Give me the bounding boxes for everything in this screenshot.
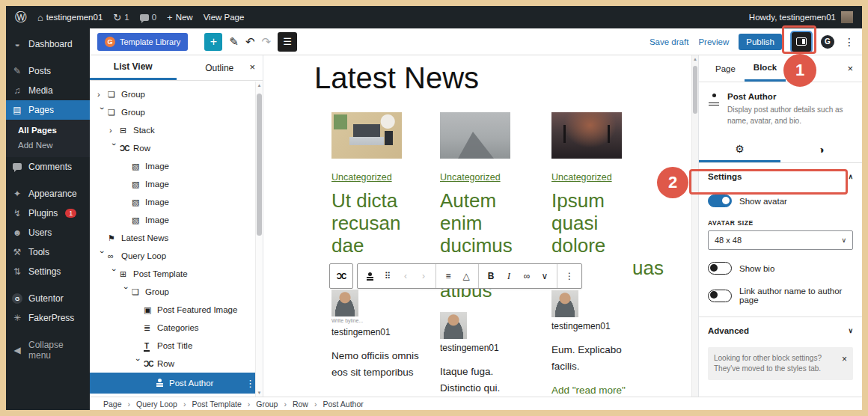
breadcrumb-post-author[interactable]: Post Author (323, 400, 363, 409)
list-item-group[interactable]: › ❏ Group (90, 283, 263, 301)
tab-styles[interactable]: ◑ (780, 137, 862, 162)
list-item-stack[interactable]: › ⊟ Stack (90, 121, 263, 139)
list-item-categories[interactable]: › ≣ Categories (90, 319, 263, 337)
post-excerpt[interactable]: Eum. Explicabo facilis. (551, 342, 646, 376)
breadcrumb-post-template[interactable]: Post Template (192, 400, 256, 409)
more-formats-chevron[interactable]: ∨ (536, 266, 554, 287)
chevron-down-icon[interactable]: › (122, 287, 131, 297)
author-avatar[interactable] (551, 290, 578, 317)
list-item-post-featured-image[interactable]: › ▣ Post Featured Image (90, 301, 263, 319)
author-avatar[interactable] (331, 290, 358, 316)
tab-settings[interactable]: ⚙ (699, 137, 780, 162)
category-link[interactable]: Uncategorized (331, 172, 392, 183)
chevron-down-icon[interactable]: › (134, 358, 143, 369)
category-link[interactable]: Uncategorized (551, 172, 612, 183)
page-title[interactable]: Latest News (314, 61, 479, 95)
list-view-scrollbar[interactable]: ▲ ▼ (255, 82, 263, 397)
sidebar-item-gutentor[interactable]: G Gutentor (6, 289, 90, 308)
post-featured-image[interactable] (440, 112, 510, 159)
settings-sidebar-toggle-button[interactable] (792, 32, 811, 52)
user-avatar[interactable] (841, 11, 853, 23)
close-icon[interactable]: × (842, 353, 847, 366)
redo-icon[interactable]: ↷ (261, 35, 271, 49)
animation-button[interactable]: △ (457, 266, 475, 287)
list-view-toggle-button[interactable]: ☰ (278, 32, 297, 52)
author-name[interactable]: testingemen01 (551, 321, 646, 331)
options-kebab-icon[interactable]: ⋮ (844, 36, 855, 48)
post-excerpt[interactable]: Nemo officiis omnis eos sit temporibus (331, 348, 426, 382)
breadcrumb-group[interactable]: Group (256, 400, 293, 409)
sidebar-item-pages[interactable]: ▤ Pages (6, 100, 90, 120)
chevron-right-icon[interactable]: › (109, 126, 120, 135)
list-item-image[interactable]: › ▧ Image (90, 211, 263, 229)
sidebar-item-media[interactable]: ♫ Media (6, 81, 90, 100)
view-page-link[interactable]: View Page (204, 13, 245, 22)
list-item-post-template[interactable]: › ⊞ Post Template (90, 265, 263, 283)
updates-menu[interactable]: ↻ 1 (113, 12, 129, 23)
breadcrumb-row[interactable]: Row (293, 400, 323, 409)
author-avatar[interactable] (440, 312, 467, 339)
block-inserter-button[interactable]: + (204, 33, 222, 51)
post-author-block[interactable]: Write byline... testingemen01 (331, 290, 426, 337)
submenu-add-new[interactable]: Add New (6, 138, 90, 153)
list-item-row[interactable]: › ƆC Row (90, 355, 263, 373)
sidebar-item-appearance[interactable]: ✦ Appearance (6, 184, 90, 204)
list-item-image[interactable]: › ▧ Image (90, 193, 263, 211)
breadcrumb-query-loop[interactable]: Query Loop (136, 400, 192, 409)
scroll-up-icon[interactable]: ▲ (692, 55, 698, 63)
chevron-down-icon[interactable]: › (110, 143, 119, 153)
list-item-image[interactable]: › ▧ Image (90, 175, 263, 193)
edit-tool-icon[interactable]: ✎ (229, 35, 239, 49)
move-right-icon[interactable]: › (415, 266, 433, 287)
sidebar-item-tools[interactable]: ⚒ Tools (6, 242, 90, 262)
move-left-icon[interactable]: ‹ (397, 266, 415, 287)
tab-page[interactable]: Page (706, 55, 745, 82)
scrollbar-thumb[interactable] (257, 94, 262, 236)
tab-block[interactable]: Block (745, 55, 786, 82)
advanced-accordion[interactable]: Advanced ∨ (699, 316, 862, 344)
author-name[interactable]: testingemen01 (331, 327, 426, 337)
author-name[interactable]: testingemen01 (440, 343, 534, 353)
select-parent-row-button[interactable]: ƆC (329, 263, 353, 289)
bold-button[interactable]: B (482, 266, 500, 287)
sidebar-item-settings[interactable]: ⇅ Settings (6, 262, 90, 281)
submenu-all-pages[interactable]: All Pages (6, 123, 90, 138)
scroll-up-icon[interactable]: ▲ (256, 82, 263, 89)
byline-placeholder[interactable]: Write byline... (331, 318, 426, 323)
list-item-query-loop[interactable]: › ∞ Query Loop (90, 247, 263, 265)
undo-icon[interactable]: ↶ (245, 35, 255, 49)
chevron-down-icon[interactable]: › (110, 269, 119, 279)
comments-menu[interactable]: 0 (140, 13, 156, 22)
post-title[interactable]: Ut dicta recusan dae (331, 189, 426, 257)
wordpress-logo-icon[interactable]: Ⓦ (15, 10, 27, 25)
show-bio-toggle[interactable] (708, 262, 732, 275)
align-button[interactable]: ≡ (439, 266, 457, 287)
category-link[interactable]: Uncategorized (440, 172, 501, 183)
list-item-post-author-selected[interactable]: › Post Author ⋮ (90, 373, 263, 394)
howdy-menu[interactable]: Howdy, testingemen01 (749, 13, 836, 22)
settings-accordion[interactable]: Settings ∧ (708, 163, 853, 187)
new-menu[interactable]: + New (167, 12, 193, 23)
list-item-image[interactable]: › ▧ Image (90, 157, 263, 175)
link-author-toggle[interactable] (708, 290, 732, 302)
sidebar-item-plugins[interactable]: ↯ Plugins 1 (6, 204, 90, 223)
post-excerpt[interactable]: Itaque fuga. Distinctio qui. (440, 364, 534, 397)
publish-button[interactable]: Publish (739, 34, 782, 50)
chevron-down-icon[interactable]: › (98, 251, 107, 261)
post-featured-image[interactable] (551, 112, 622, 159)
preview-button[interactable]: Preview (698, 37, 729, 46)
template-library-button[interactable]: G Template Library (97, 33, 188, 51)
italic-button[interactable]: I (500, 266, 518, 287)
scroll-down-icon[interactable]: ▼ (256, 389, 263, 397)
sidebar-item-users[interactable]: ☻ Users (6, 223, 90, 242)
sidebar-item-fakerpress[interactable]: ✳ FakerPress (6, 308, 90, 328)
close-icon[interactable]: × (847, 63, 853, 74)
link-button[interactable]: ∞ (518, 266, 536, 287)
breadcrumb-page[interactable]: Page (103, 400, 136, 409)
canvas-scrollbar[interactable]: ▲ (691, 55, 698, 397)
scrollbar-thumb[interactable] (693, 66, 697, 114)
chevron-right-icon[interactable]: › (97, 90, 108, 99)
options-kebab-icon[interactable]: ⋮ (560, 266, 578, 287)
site-name-menu[interactable]: ⌂ testingemen01 (37, 12, 103, 23)
sidebar-item-comments[interactable]: Comments (6, 157, 90, 177)
